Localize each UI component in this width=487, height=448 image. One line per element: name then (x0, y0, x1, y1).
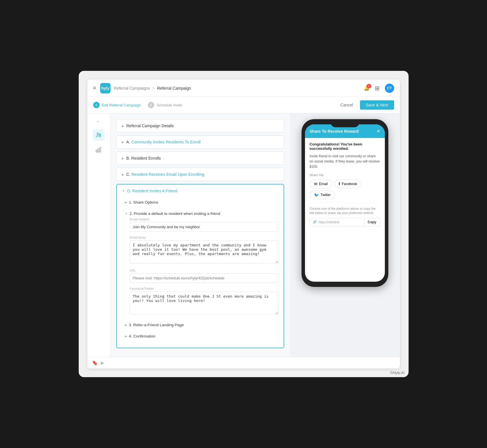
sub-item-share-options: ▶ 1. Share Options (125, 197, 278, 206)
copy-button[interactable]: Copy (364, 218, 380, 226)
fb-twitter-label: Facebook/Twitter (130, 287, 278, 290)
accordion-invites-title: D. Resident Invites A Friend (127, 189, 177, 193)
phone-screen: Share To Receive Reward ✕ Congratulation… (305, 124, 385, 282)
svg-point-1 (99, 134, 101, 135)
phone-preview-area: Share To Receive Reward ✕ Congratulation… (290, 113, 400, 357)
step-2-label: Schedule Invite (157, 103, 182, 107)
sub-share-options-label: 1. Share Options (129, 200, 158, 204)
step-1-label: Edit Referral Campaign (102, 103, 141, 107)
email-icon: ✉ (314, 182, 317, 186)
notifications-bell[interactable]: 🔔 5 (364, 85, 370, 91)
user-avatar[interactable]: CT (385, 84, 394, 93)
twitter-icon: 🐦 (314, 193, 319, 197)
save-next-button[interactable]: Save & Next (360, 100, 394, 110)
url-input[interactable] (130, 273, 278, 283)
phone-notch (330, 119, 359, 127)
sub-share-options-header[interactable]: ▶ 1. Share Options (125, 197, 278, 206)
sub-confirmation-header[interactable]: ▶ 4. Confirmation (125, 331, 278, 340)
accordion-community-invites: ▶ A. Community Invites Residents To Enro… (116, 135, 284, 149)
svg-rect-3 (98, 149, 99, 152)
modal-body: Congratulations! You've been successfull… (305, 138, 385, 231)
share-twitter-button[interactable]: 🐦 Twitter (310, 191, 335, 199)
chevron-right-sub1: ▶ (125, 201, 127, 204)
accordion-invites-header[interactable]: ▼ D. Resident Invites A Friend (117, 185, 284, 197)
email-subject-group: Email-Subject (130, 217, 278, 232)
form-area: ▶ Referral Campaign Details ▶ A. Communi… (111, 113, 290, 357)
bookmark-icon[interactable]: 🔖 (92, 360, 98, 366)
breadcrumb-parent[interactable]: Referral Campaigns (114, 86, 150, 91)
sub-default-invite-header[interactable]: ▼ 2. Provide a default to resident when … (125, 209, 278, 217)
sub-item-landing-page: ▶ 3. Refer-a-Friend Landing Page (125, 320, 278, 329)
accordion-details-header[interactable]: ▶ Referral Campaign Details (117, 119, 284, 132)
step-2-number: 2 (148, 102, 154, 108)
chevron-down-sub2: ▼ (125, 212, 128, 215)
menu-icon[interactable]: ≡ (93, 85, 96, 91)
svg-rect-2 (96, 150, 97, 152)
sub-item-confirmation: ▶ 4. Confirmation (125, 331, 278, 340)
share-email-button[interactable]: ✉ Email (310, 180, 332, 188)
cancel-button[interactable]: Cancel (337, 101, 356, 109)
url-label: URL (130, 269, 278, 272)
sub-landing-page-label: 3. Refer-a-Friend Landing Page (129, 323, 184, 327)
link-text: https://referlink (319, 220, 339, 224)
sidebar-back-button[interactable]: ← (94, 117, 103, 126)
sidebar-analytics-icon[interactable] (93, 144, 104, 155)
email-body-group: Email-Body I absolutely love my apartmen… (130, 236, 278, 265)
chevron-right-icon: ▶ (122, 124, 124, 128)
expand-icon[interactable]: ▶ (101, 360, 104, 366)
accordion-resident-enrolls: ▶ B. Resident Enrolls (116, 152, 284, 165)
app-logo: hyly (100, 83, 111, 93)
fb-twitter-textarea[interactable]: The only thing that could make One J St … (130, 292, 278, 315)
copy-description: Choose one of the platforms above or cop… (310, 207, 380, 215)
url-group: URL (130, 269, 278, 283)
sub-default-invite-body: Email-Subject Email-Body I absolutely lo… (125, 217, 278, 316)
breadcrumb-separator: > (152, 86, 155, 91)
accordion-details-title: Referral Campaign Details (126, 123, 174, 128)
facebook-icon: f (339, 182, 340, 186)
breadcrumb: Referral Campaigns > Referral Campaign (114, 86, 363, 91)
top-nav: ≡ hyly Referral Campaigns > Referral Cam… (87, 80, 400, 97)
email-subject-label: Email-Subject (130, 217, 278, 221)
accordion-resident-header[interactable]: ▶ B. Resident Enrolls (117, 152, 284, 165)
accordion-resident-email-header[interactable]: ▶ C. Resident Receives Email Upon Enroll… (117, 168, 284, 181)
accordion-resident-email: ▶ C. Resident Receives Email Upon Enroll… (116, 168, 284, 181)
chevron-right-icon-d: ▶ (122, 173, 124, 176)
share-buttons: ✉ Email f Facebook (310, 180, 380, 199)
grid-icon[interactable]: ⊞ (375, 85, 380, 92)
email-subject-input[interactable] (130, 222, 278, 232)
sub-default-invite-label: 2. Provide a default to resident when in… (129, 211, 220, 216)
accordion-community-header[interactable]: ▶ A. Community Invites Residents To Enro… (117, 136, 284, 148)
copy-row: 🔗 https://referlink Copy (310, 218, 380, 226)
copy-link-display: 🔗 https://referlink (310, 218, 364, 226)
facebook-twitter-group: Facebook/Twitter The only thing that cou… (130, 287, 278, 316)
share-via-label: Share Via (310, 173, 380, 177)
accordion-invites-body: ▶ 1. Share Options ▼ 2. Provide a defaul… (117, 197, 284, 348)
sidebar-referral-icon[interactable] (93, 129, 104, 141)
sub-landing-page-header[interactable]: ▶ 3. Refer-a-Friend Landing Page (125, 320, 278, 329)
share-twitter-label: Twitter (321, 193, 331, 197)
share-facebook-label: Facebook (342, 182, 357, 186)
chevron-right-icon-b: ▶ (122, 141, 124, 144)
main-content: ← (87, 113, 400, 357)
share-email-label: Email (319, 182, 328, 186)
content-area: ▶ Referral Campaign Details ▶ A. Communi… (111, 113, 400, 357)
bottom-bar: 🔖 ▶ (87, 357, 400, 368)
step-1-number: 1 (93, 102, 100, 108)
email-body-label: Email-Body (130, 236, 278, 239)
svg-point-0 (97, 133, 99, 135)
watermark: ©Hyly.AI (390, 370, 405, 375)
nav-actions: 🔔 5 ⊞ CT (364, 84, 394, 93)
accordion-resident-invites: ▼ D. Resident Invites A Friend ▶ 1. Shar… (116, 184, 284, 348)
breadcrumb-current: Referral Campaign (157, 86, 191, 91)
step-2[interactable]: 2 Schedule Invite (148, 102, 182, 108)
phone-mockup: Share To Receive Reward ✕ Congratulation… (302, 119, 388, 287)
email-body-textarea[interactable]: I absolutely love my apartment and the c… (130, 240, 278, 263)
modal-close-button[interactable]: ✕ (376, 128, 380, 134)
accordion-resident-email-title: C. Resident Receives Email Upon Enrollin… (126, 172, 204, 177)
share-facebook-button[interactable]: f Facebook (335, 180, 361, 188)
accordion-referral-details: ▶ Referral Campaign Details (116, 119, 284, 132)
phone-shell: Share To Receive Reward ✕ Congratulation… (302, 119, 388, 287)
step-1[interactable]: 1 Edit Referral Campaign (93, 102, 141, 108)
step-bar: 1 Edit Referral Campaign 2 Schedule Invi… (87, 97, 400, 113)
sub-confirmation-label: 4. Confirmation (129, 334, 156, 338)
